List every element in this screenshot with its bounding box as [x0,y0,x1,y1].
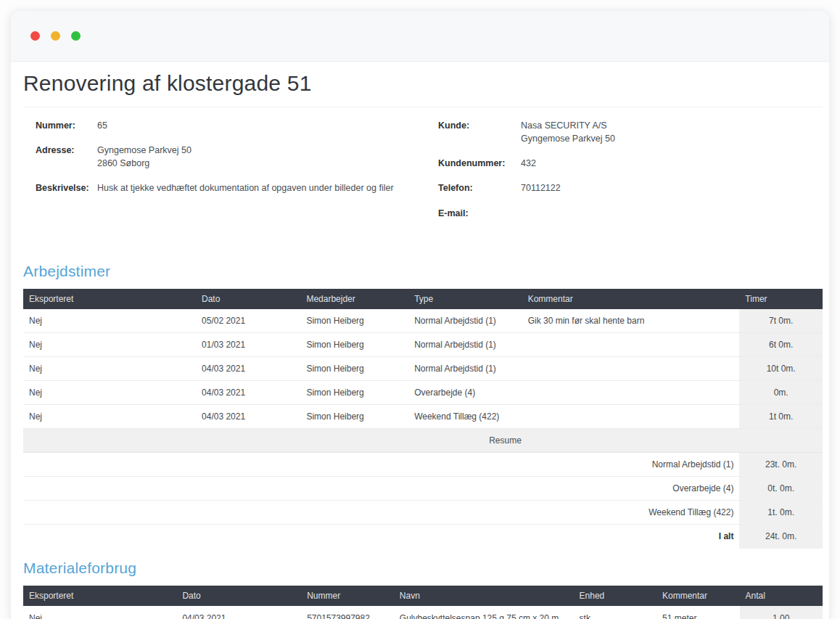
info-value: Nasa SECURITY A/S Gyngemose Parkvej 50 [521,119,615,145]
cell-antal: 1.00 [740,606,823,619]
info-label: Telefon: [438,181,521,194]
column-header-kommentar: Kommentar [656,591,739,601]
cell-medarbejder: Simon Heiberg [300,364,408,374]
cell-dato: 04/03 2021 [176,613,301,619]
info-value: 65 [97,119,107,132]
summary-total-value: 24t. 0m. [739,525,823,549]
summary-value: 0t. 0m. [739,477,823,500]
cell-timer: 7t 0m. [739,309,823,332]
column-header-antal: Antal [740,591,823,601]
cell-medarbejder: Simon Heiberg [300,388,408,398]
table-row: Nej 05/02 2021 Simon Heiberg Normal Arbe… [23,309,823,333]
workhours-table: Eksporteret Dato Medarbejder Type Kommen… [23,289,823,549]
workhours-table-header: Eksporteret Dato Medarbejder Type Kommen… [23,289,823,309]
cell-type: Normal Arbejdstid (1) [408,316,522,326]
column-header-eksporteret: Eksporteret [23,591,176,601]
column-header-timer: Timer [739,294,823,304]
cell-timer: 10t 0m. [739,357,823,380]
table-row: Nej 04/03 2021 Simon Heiberg Weekend Til… [23,405,823,429]
column-header-dato: Dato [196,294,300,304]
column-header-eksporteret: Eksporteret [23,294,196,304]
cell-timer: 1t 0m. [739,405,823,428]
table-row: Nej 04/03 2021 5701573997982 Gulvbeskytt… [23,606,823,619]
summary-row: Normal Arbejdstid (1) 23t. 0m. [23,453,823,477]
cell-dato: 04/03 2021 [196,411,300,422]
summary-label: Weekend Tillæg (422) [23,501,739,524]
info-label: Kundenummer: [438,157,521,170]
window-titlebar [11,11,829,62]
summary-row: Overarbejde (4) 0t. 0m. [23,477,823,501]
page-content: Renovering af klostergade 51 Nummer: 65 … [11,62,829,619]
info-label: Kunde: [438,119,521,145]
cell-type: Overarbejde (4) [408,388,522,398]
cell-enhed: stk. [574,613,656,619]
info-label: Beskrivelse: [36,181,97,194]
summary-value: 23t. 0m. [739,453,823,476]
job-info-right-column: Kunde: Nasa SECURITY A/S Gyngemose Parkv… [423,119,823,231]
workhours-heading: Arbejdstimer [23,263,823,280]
table-row: Nej 04/03 2021 Simon Heiberg Normal Arbe… [23,357,823,381]
resume-label: Resume [489,435,522,446]
materials-table: Eksporteret Dato Nummer Navn Enhed Komme… [23,586,823,619]
page-title: Renovering af klostergade 51 [23,62,823,107]
info-row-adresse: Adresse: Gyngemose Parkvej 50 2860 Søbor… [36,144,423,170]
info-label: E-mail: [438,207,521,220]
column-header-dato: Dato [176,591,301,601]
info-value: Husk at tjekke vedhæftet dokumentation a… [97,181,394,194]
summary-value: 1t. 0m. [739,501,823,524]
table-row: Nej 01/03 2021 Simon Heiberg Normal Arbe… [23,333,823,357]
summary-label: Normal Arbejdstid (1) [23,453,739,476]
column-header-medarbejder: Medarbejder [300,294,408,304]
summary-total-label: I alt [23,525,739,549]
cell-medarbejder: Simon Heiberg [300,340,408,350]
info-row-nummer: Nummer: 65 [36,119,423,132]
cell-eksporteret: Nej [23,388,196,398]
summary-row-total: I alt 24t. 0m. [23,525,823,549]
cell-dato: 01/03 2021 [196,340,300,350]
info-value: Gyngemose Parkvej 50 2860 Søborg [97,144,192,170]
cell-dato: 04/03 2021 [196,388,300,398]
maximize-window-button[interactable] [71,31,81,41]
cell-type: Normal Arbejdstid (1) [408,340,522,350]
minimize-window-button[interactable] [51,31,60,41]
column-header-kommentar: Kommentar [522,294,740,304]
info-value: 432 [521,157,536,170]
cell-medarbejder: Simon Heiberg [300,316,408,326]
info-row-kundenummer: Kundenummer: 432 [438,157,823,170]
summary-label: Overarbejde (4) [23,477,739,500]
cell-nummer: 5701573997982 [301,613,394,619]
info-row-kunde: Kunde: Nasa SECURITY A/S Gyngemose Parkv… [438,119,823,145]
close-window-button[interactable] [30,31,40,41]
column-header-navn: Navn [394,591,574,601]
job-info-section: Nummer: 65 Adresse: Gyngemose Parkvej 50… [23,119,823,231]
cell-medarbejder: Simon Heiberg [300,411,408,422]
column-header-enhed: Enhed [574,591,656,601]
cell-type: Weekend Tillæg (422) [408,411,522,422]
info-label: Adresse: [36,144,97,170]
app-window: Renovering af klostergade 51 Nummer: 65 … [10,10,830,619]
materials-table-header: Eksporteret Dato Nummer Navn Enhed Komme… [23,586,823,606]
cell-navn: Gulvbeskyttelsespap 125 g 75 cm x 20 m [394,613,574,619]
cell-timer: 0m. [739,381,823,404]
cell-kommentar: Gik 30 min før skal hente barn [522,316,740,326]
job-info-left-column: Nummer: 65 Adresse: Gyngemose Parkvej 50… [23,119,423,231]
cell-kommentar: 51 meter [656,613,739,619]
cell-timer: 6t 0m. [739,333,823,356]
info-label: Nummer: [36,119,97,132]
materials-heading: Materialeforbrug [23,559,823,577]
cell-type: Normal Arbejdstid (1) [408,364,522,374]
cell-eksporteret: Nej [23,411,196,422]
cell-eksporteret: Nej [23,316,196,326]
info-row-telefon: Telefon: 70112122 [438,181,823,194]
cell-eksporteret: Nej [23,364,196,374]
cell-eksporteret: Nej [23,340,196,350]
info-row-email: E-mail: [438,207,823,220]
info-value: 70112122 [521,181,561,194]
table-row: Nej 04/03 2021 Simon Heiberg Overarbejde… [23,381,823,405]
resume-row: Resume [23,429,823,453]
summary-row: Weekend Tillæg (422) 1t. 0m. [23,501,823,525]
cell-eksporteret: Nej [23,613,176,619]
cell-dato: 04/03 2021 [196,364,300,374]
column-header-nummer: Nummer [301,591,394,601]
info-row-beskrivelse: Beskrivelse: Husk at tjekke vedhæftet do… [36,181,423,194]
